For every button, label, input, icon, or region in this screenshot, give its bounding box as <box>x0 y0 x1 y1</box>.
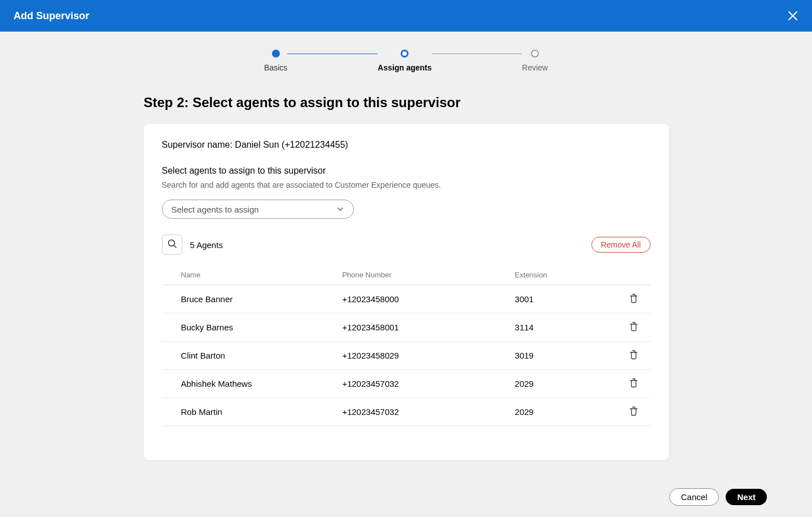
next-button[interactable]: Next <box>726 489 767 505</box>
trash-icon <box>629 406 638 418</box>
agent-phone: +12023458001 <box>342 322 503 332</box>
step-label-assign: Assign agents <box>378 63 432 72</box>
agent-name: Bucky Barnes <box>181 322 343 332</box>
agent-extension: 3019 <box>503 351 616 360</box>
section-title: Select agents to assign to this supervis… <box>162 166 651 176</box>
delete-agent-button[interactable] <box>617 293 651 305</box>
agent-extension: 2029 <box>503 407 616 417</box>
wizard-stepper: Basics Assign agents Review <box>0 50 812 72</box>
remove-all-button[interactable]: Remove All <box>591 237 651 253</box>
trash-icon <box>629 350 638 361</box>
agent-phone: +12023457032 <box>342 407 503 417</box>
agents-card: Supervisor name: Daniel Sun (+1202123445… <box>144 124 669 460</box>
step-label-basics: Basics <box>264 63 287 72</box>
table-controls: 5 Agents Remove All <box>162 235 651 255</box>
step-connector <box>287 54 378 54</box>
agents-table: Name Phone Number Extension Bruce Banner… <box>162 265 651 426</box>
supervisor-name-line: Supervisor name: Daniel Sun (+1202123445… <box>162 140 651 150</box>
step-label-review: Review <box>522 63 548 72</box>
delete-agent-button[interactable] <box>617 378 651 390</box>
delete-agent-button[interactable] <box>617 321 651 333</box>
step-connector <box>432 54 522 54</box>
step-circle-filled-icon <box>272 50 280 58</box>
delete-agent-button[interactable] <box>617 350 651 361</box>
column-header-name: Name <box>181 271 343 279</box>
trash-icon <box>629 293 638 305</box>
step-circle-current-icon <box>401 50 409 58</box>
step-heading: Step 2: Select agents to assign to this … <box>144 95 669 111</box>
step-review[interactable]: Review <box>522 50 548 72</box>
step-assign-agents[interactable]: Assign agents <box>378 50 432 72</box>
search-icon <box>167 238 177 251</box>
close-icon[interactable] <box>787 10 798 21</box>
agent-extension: 3114 <box>503 322 616 332</box>
table-header-row: Name Phone Number Extension <box>162 265 651 285</box>
search-button[interactable] <box>162 235 182 255</box>
delete-agent-button[interactable] <box>617 406 651 418</box>
agent-extension: 3001 <box>503 294 616 304</box>
agent-name: Abhishek Mathews <box>181 379 343 388</box>
agent-name: Bruce Banner <box>181 294 343 304</box>
step-circle-empty-icon <box>531 50 539 58</box>
select-agents-dropdown[interactable]: Select agents to assign <box>162 200 354 219</box>
table-row: Abhishek Mathews+120234570322029 <box>162 370 651 398</box>
table-row: Clint Barton+120234580293019 <box>162 342 651 370</box>
trash-icon <box>629 321 638 333</box>
step-basics[interactable]: Basics <box>264 50 287 72</box>
select-placeholder: Select agents to assign <box>172 205 259 214</box>
table-row: Rob Martin+120234570322029 <box>162 398 651 426</box>
agent-name: Clint Barton <box>181 351 343 360</box>
modal-header: Add Supervisor <box>0 0 812 32</box>
table-row: Bruce Banner+120234580003001 <box>162 285 651 313</box>
agent-name: Rob Martin <box>181 407 343 417</box>
column-header-extension: Extension <box>503 271 616 279</box>
agent-count: 5 Agents <box>190 240 223 250</box>
chevron-down-icon <box>336 205 344 213</box>
modal-title: Add Supervisor <box>14 10 89 22</box>
trash-icon <box>629 378 638 390</box>
modal-footer: Cancel Next <box>0 476 812 517</box>
agent-phone: +12023458029 <box>342 351 503 360</box>
column-header-phone: Phone Number <box>342 271 503 279</box>
table-row: Bucky Barnes+120234580013114 <box>162 313 651 342</box>
agent-phone: +12023457032 <box>342 379 503 388</box>
agent-extension: 2029 <box>503 379 616 388</box>
cancel-button[interactable]: Cancel <box>669 488 719 506</box>
section-description: Search for and add agents that are assoc… <box>162 180 651 189</box>
agent-phone: +12023458000 <box>342 294 503 304</box>
